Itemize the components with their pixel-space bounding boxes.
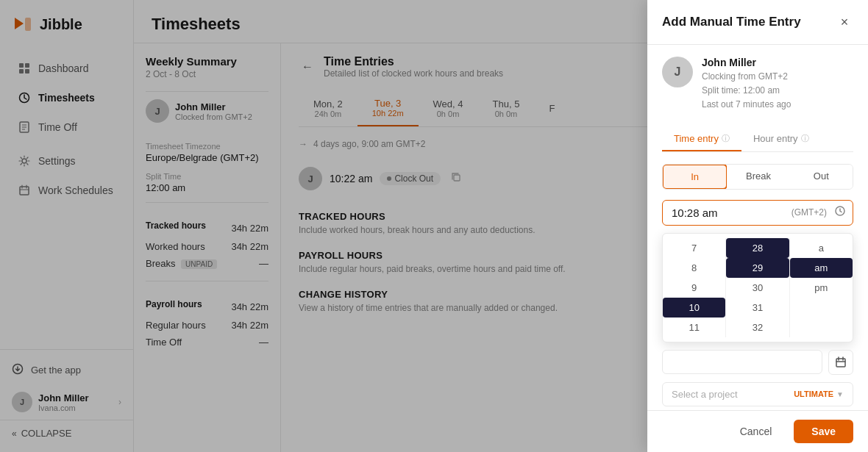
ampm-column: a am pm: [790, 238, 853, 337]
calendar-button[interactable]: [828, 350, 853, 375]
min-29[interactable]: 29: [726, 258, 789, 278]
min-31[interactable]: 31: [726, 298, 789, 318]
ampm-a[interactable]: a: [790, 238, 853, 258]
ampm-am[interactable]: am: [790, 258, 853, 278]
in-out-tabs: In Break Out: [662, 164, 853, 190]
modal-header: Add Manual Time Entry ×: [647, 0, 868, 45]
hour-7[interactable]: 7: [663, 238, 725, 258]
modal-title: Add Manual Time Entry: [662, 15, 801, 29]
tab-hour-entry[interactable]: Hour entry ⓘ: [741, 127, 821, 151]
cancel-button[interactable]: Cancel: [725, 420, 787, 443]
tab-out[interactable]: Out: [790, 165, 853, 189]
modal-panel: Add Manual Time Entry × J John Miller Cl…: [647, 0, 868, 452]
entry-type-tabs: Time entry ⓘ Hour entry ⓘ: [662, 127, 853, 152]
date-row: [662, 350, 853, 375]
min-32[interactable]: 32: [726, 318, 789, 337]
modal-last-out: Last out 7 minutes ago: [702, 98, 791, 112]
modal-close-button[interactable]: ×: [836, 13, 853, 31]
modal-user-info: John Miller Clocking from GMT+2 Split ti…: [702, 57, 791, 112]
hour-8[interactable]: 8: [663, 258, 725, 278]
hour-10[interactable]: 10: [663, 298, 725, 318]
ampm-pm[interactable]: pm: [790, 278, 853, 298]
tab-in[interactable]: In: [662, 164, 728, 190]
time-picker-dropdown: 7 8 9 10 11 28 29 30 31 32 a am pm: [662, 233, 853, 342]
timezone-suffix: (GMT+2): [791, 207, 827, 218]
hours-column: 7 8 9 10 11: [663, 238, 726, 337]
time-input-wrap: (GMT+2): [662, 200, 853, 226]
modal-avatar: J: [662, 57, 693, 87]
date-input[interactable]: [662, 350, 822, 374]
ultimate-badge: ULTIMATE: [794, 390, 833, 398]
time-entry-info-icon: ⓘ: [722, 133, 730, 144]
dropdown-arrow-icon: ▼: [836, 390, 844, 398]
min-30[interactable]: 30: [726, 278, 789, 298]
hour-entry-label: Hour entry: [753, 133, 798, 144]
modal-user-card: J John Miller Clocking from GMT+2 Split …: [662, 57, 853, 112]
save-button[interactable]: Save: [794, 420, 853, 443]
clock-icon-button[interactable]: [834, 205, 846, 220]
time-entry-label: Time entry: [674, 133, 719, 144]
min-28[interactable]: 28: [726, 238, 789, 258]
hour-11[interactable]: 11: [663, 318, 725, 337]
modal-user-name: John Miller: [702, 57, 791, 68]
minutes-column: 28 29 30 31 32: [726, 238, 789, 337]
modal-footer: Cancel Save: [647, 410, 868, 452]
project-placeholder: Select a project: [672, 389, 794, 400]
project-select[interactable]: Select a project ULTIMATE ▼: [662, 382, 853, 406]
hour-entry-info-icon: ⓘ: [801, 133, 809, 144]
tab-break[interactable]: Break: [727, 165, 789, 189]
tab-time-entry[interactable]: Time entry ⓘ: [662, 127, 741, 151]
modal-split-time: Split time: 12:00 am: [702, 84, 791, 98]
hour-9[interactable]: 9: [663, 278, 725, 298]
modal-clocking-from: Clocking from GMT+2: [702, 70, 791, 84]
svg-rect-13: [836, 359, 845, 367]
modal-body: J John Miller Clocking from GMT+2 Split …: [647, 45, 868, 410]
